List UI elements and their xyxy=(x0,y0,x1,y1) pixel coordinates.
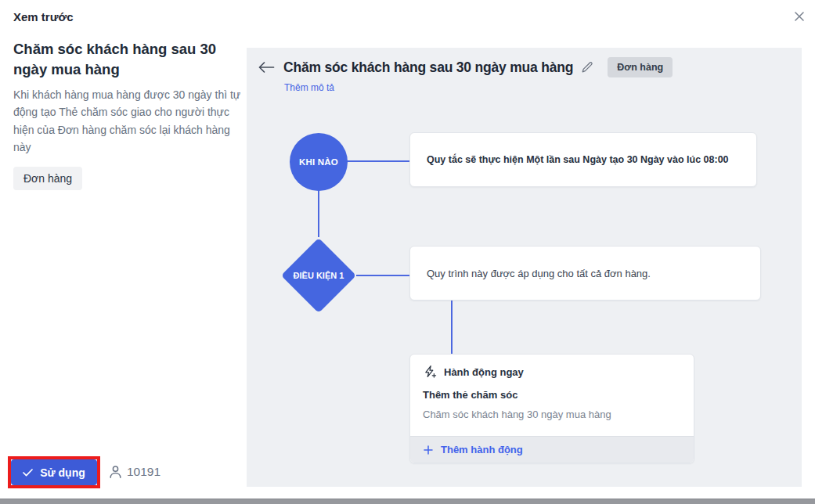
connector-trigger-condition xyxy=(318,190,319,237)
add-action-button[interactable]: Thêm hành động xyxy=(410,436,694,463)
preview-modal: Xem trước Chăm sóc khách hàng sau 30 ngà… xyxy=(0,0,815,504)
canvas-header: Chăm sóc khách hàng sau 30 ngày mua hàng… xyxy=(283,57,673,77)
modal-title: Xem trước xyxy=(13,10,74,23)
condition-node[interactable]: ĐIỀU KIỆN 1 xyxy=(281,236,356,315)
pencil-icon[interactable] xyxy=(581,61,593,74)
lightning-plus-icon xyxy=(423,365,437,379)
workflow-description: Khi khách hàng mua hàng được 30 ngày thì… xyxy=(13,86,248,157)
connector-condition-action xyxy=(451,300,453,355)
add-action-label: Thêm hành động xyxy=(441,444,523,455)
trigger-node-label: KHI NÀO xyxy=(299,157,338,167)
action-title: Thêm thẻ chăm sóc xyxy=(423,389,517,401)
action-card[interactable]: Hành động ngay Thêm thẻ chăm sóc Chăm só… xyxy=(409,354,694,463)
plus-icon xyxy=(424,445,433,455)
workflow-canvas: Chăm sóc khách hàng sau 30 ngày mua hàng… xyxy=(247,48,802,487)
window-bottom-edge xyxy=(0,499,815,504)
condition-card[interactable]: Quy trình này được áp dụng cho tất cả đơ… xyxy=(409,246,761,301)
use-button-label: Sử dụng xyxy=(40,466,85,479)
trigger-node[interactable]: KHI NÀO xyxy=(290,133,348,191)
canvas-badge: Đơn hàng xyxy=(608,57,673,77)
action-description: Chăm sóc khách hàng 30 ngày mua hàng xyxy=(423,409,611,420)
usage-counter: 10191 xyxy=(109,465,160,479)
workflow-tag: Đơn hàng xyxy=(13,167,82,190)
workflow-heading: Chăm sóc khách hàng sau 30 ngày mua hàng xyxy=(13,39,245,80)
condition-text: Quy trình này được áp dụng cho tất cả đơ… xyxy=(427,268,651,279)
action-header-label: Hành động ngay xyxy=(444,366,524,378)
connector-trigger xyxy=(347,160,409,162)
condition-node-label: ĐIỀU KIỆN 1 xyxy=(281,236,356,315)
arrow-left-icon xyxy=(258,61,276,74)
back-button[interactable] xyxy=(258,61,276,75)
trigger-rule-card[interactable]: Quy tắc sẽ thực hiện Một lần sau Ngày tạ… xyxy=(409,132,757,187)
close-button[interactable] xyxy=(789,6,810,27)
action-card-header: Hành động ngay xyxy=(423,365,524,379)
add-description-link[interactable]: Thêm mô tả xyxy=(284,82,334,93)
person-icon xyxy=(109,465,122,479)
canvas-title: Chăm sóc khách hàng sau 30 ngày mua hàng xyxy=(283,59,573,76)
close-icon xyxy=(792,9,806,23)
trigger-rule-text: Quy tắc sẽ thực hiện Một lần sau Ngày tạ… xyxy=(427,154,729,165)
connector-condition xyxy=(356,275,409,276)
check-icon xyxy=(23,469,33,477)
use-button[interactable]: Sử dụng xyxy=(11,459,97,485)
usage-count: 10191 xyxy=(127,465,160,479)
